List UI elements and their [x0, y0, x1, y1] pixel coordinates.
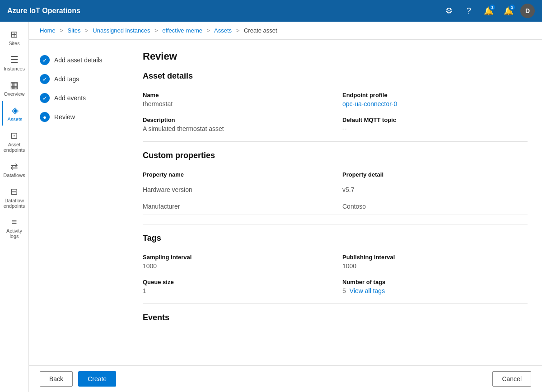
sidebar-item-dataflows[interactable]: ⇄ Dataflows [2, 157, 27, 182]
sidebar-item-sites[interactable]: ⊞ Sites [2, 25, 27, 50]
breadcrumb: Home > Sites > Unassigned instances > ef… [29, 22, 542, 40]
tags-section-title: Tags [143, 233, 528, 247]
sidebar-item-assets[interactable]: ◈ Assets [2, 101, 27, 126]
topnav: Azure IoT Operations ⚙ ? 🔔 1 🔔 2 D [0, 0, 542, 22]
create-button[interactable]: Create [78, 371, 116, 387]
publishing-interval-label: Publishing interval [342, 254, 528, 261]
property-name-col-header: Property name [143, 171, 328, 178]
view-all-tags-link[interactable]: View all tags [350, 287, 385, 294]
alerts-button[interactable]: 🔔 1 [481, 3, 497, 19]
step-review[interactable]: ● Review [36, 107, 121, 126]
publishing-interval-value: 1000 [342, 262, 528, 270]
field-default-mqtt-topic: Default MQTT topic -- [342, 117, 528, 132]
back-button[interactable]: Back [40, 371, 73, 387]
sidebar-label-activity-logs: Activity logs [4, 228, 25, 239]
step-add-asset-details[interactable]: ✓ Add asset details [36, 51, 121, 70]
help-icon: ? [467, 6, 471, 16]
notifications-badge: 2 [509, 4, 516, 11]
sidebar-item-overview[interactable]: ▦ Overview [2, 76, 27, 100]
divider-2 [143, 224, 528, 224]
sidebar-label-asset-endpoints: Asset endpoints [4, 142, 25, 153]
sidebar-label-assets: Assets [7, 117, 22, 122]
custom-prop-row-0: Hardware version v5.7 [143, 182, 528, 198]
step-icon-add-tags: ✓ [40, 74, 50, 84]
sidebar-label-dataflows: Dataflows [3, 173, 25, 178]
overview-icon: ▦ [10, 79, 19, 90]
field-sampling-interval: Sampling interval 1000 [143, 254, 328, 270]
custom-properties-section-title: Custom properties [143, 151, 528, 164]
sampling-interval-label: Sampling interval [143, 254, 328, 261]
sidebar: ⊞ Sites ☰ Instances ▦ Overview ◈ Assets … [0, 22, 29, 392]
breadcrumb-assets[interactable]: Assets [214, 27, 232, 34]
custom-prop-row-1: Manufacturer Contoso [143, 198, 528, 215]
gear-icon: ⚙ [445, 6, 453, 16]
sidebar-item-activity-logs[interactable]: ≡ Activity logs [2, 213, 27, 243]
activity-logs-icon: ≡ [12, 217, 17, 227]
asset-details-grid: Name thermostat Endpoint profile opc-ua-… [143, 92, 528, 132]
wizard-layout: ✓ Add asset details ✓ Add tags ✓ Add eve… [29, 40, 542, 365]
step-icon-add-events: ✓ [40, 93, 50, 103]
field-endpoint-profile: Endpoint profile opc-ua-connector-0 [342, 92, 528, 107]
queue-size-value: 1 [143, 287, 328, 294]
breadcrumb-unassigned-instances[interactable]: Unassigned instances [93, 27, 150, 34]
breadcrumb-current: Create asset [244, 27, 277, 34]
default-mqtt-topic-label: Default MQTT topic [342, 117, 528, 123]
instances-icon: ☰ [10, 54, 19, 65]
number-of-tags-value: 5 [342, 287, 346, 294]
breadcrumb-home[interactable]: Home [40, 27, 56, 34]
dataflows-icon: ⇄ [10, 161, 18, 172]
field-number-of-tags: Number of tags 5 View all tags [342, 279, 528, 294]
settings-button[interactable]: ⚙ [441, 3, 457, 19]
asset-details-section-title: Asset details [143, 71, 528, 84]
content-area: Home > Sites > Unassigned instances > ef… [29, 22, 542, 392]
property-detail-col-header: Property detail [342, 171, 528, 178]
review-panel: Review Asset details Name thermostat End… [128, 40, 542, 365]
custom-prop-name-0: Hardware version [143, 186, 328, 193]
queue-size-label: Queue size [143, 279, 328, 285]
breadcrumb-sites[interactable]: Sites [68, 27, 81, 34]
custom-props-header: Property name Property detail [143, 171, 528, 178]
description-label: Description [143, 117, 328, 123]
divider-3 [143, 303, 528, 304]
step-add-events[interactable]: ✓ Add events [36, 89, 121, 107]
step-label-review: Review [54, 113, 75, 121]
tags-grid: Sampling interval 1000 Publishing interv… [143, 254, 528, 294]
name-value: thermostat [143, 100, 328, 107]
description-value: A simulated thermostat asset [143, 125, 328, 132]
sidebar-item-asset-endpoints[interactable]: ⊡ Asset endpoints [2, 126, 27, 156]
name-label: Name [143, 92, 328, 98]
step-label-add-events: Add events [54, 94, 86, 102]
alerts-badge: 1 [489, 4, 496, 11]
field-publishing-interval: Publishing interval 1000 [342, 254, 528, 270]
help-button[interactable]: ? [461, 3, 477, 19]
default-mqtt-topic-value: -- [342, 125, 528, 132]
step-label-add-asset-details: Add asset details [54, 56, 103, 64]
step-label-add-tags: Add tags [54, 75, 79, 83]
breadcrumb-effective-meme[interactable]: effective-meme [162, 27, 202, 34]
main-layout: ⊞ Sites ☰ Instances ▦ Overview ◈ Assets … [0, 22, 542, 392]
step-icon-add-asset-details: ✓ [40, 55, 50, 65]
field-name: Name thermostat [143, 92, 328, 107]
sidebar-item-instances[interactable]: ☰ Instances [2, 51, 27, 75]
asset-endpoints-icon: ⊡ [10, 130, 18, 141]
sidebar-label-overview: Overview [4, 91, 25, 97]
custom-prop-detail-1: Contoso [342, 203, 528, 210]
sidebar-item-dataflow-endpoints[interactable]: ⊟ Dataflow endpoints [2, 182, 27, 212]
sampling-interval-value: 1000 [143, 262, 328, 270]
sidebar-label-instances: Instances [4, 66, 25, 71]
divider-1 [143, 141, 528, 142]
sidebar-label-sites: Sites [9, 41, 19, 46]
custom-prop-name-1: Manufacturer [143, 203, 328, 210]
events-section-title: Events [143, 313, 528, 326]
endpoint-profile-label: Endpoint profile [342, 92, 528, 98]
review-title: Review [143, 51, 528, 62]
field-description: Description A simulated thermostat asset [143, 117, 328, 132]
step-add-tags[interactable]: ✓ Add tags [36, 70, 121, 89]
dataflow-endpoints-icon: ⊟ [10, 186, 18, 197]
notifications-button[interactable]: 🔔 2 [500, 3, 517, 19]
avatar[interactable]: D [520, 4, 535, 18]
bottom-bar: Back Create Cancel [29, 365, 542, 392]
number-of-tags-label: Number of tags [342, 279, 528, 285]
cancel-button[interactable]: Cancel [492, 371, 531, 387]
endpoint-profile-value[interactable]: opc-ua-connector-0 [342, 100, 528, 107]
